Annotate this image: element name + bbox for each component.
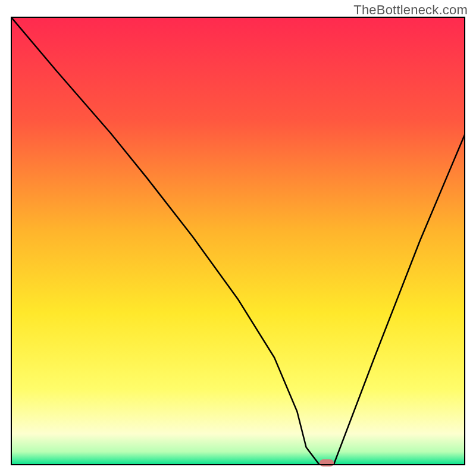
minimum-marker [320,459,334,466]
svg-rect-0 [11,17,465,465]
watermark-text: TheBottleneck.com [353,2,468,18]
bottleneck-chart: TheBottleneck.com [0,0,476,476]
plot-area [11,17,465,465]
